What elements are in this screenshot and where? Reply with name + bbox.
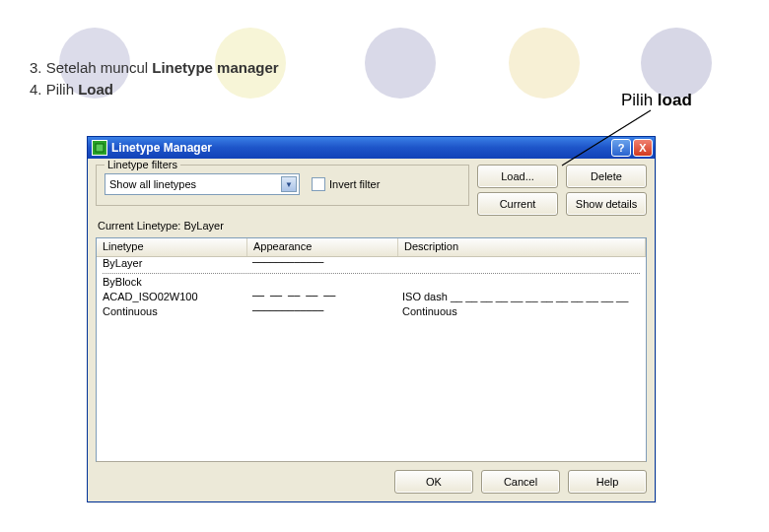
divider [103,272,640,274]
app-icon [92,140,107,156]
cell-linetype: ACAD_ISO02W100 [97,291,246,305]
current-linetype-label: Current Linetype: ByLayer [96,218,647,233]
list-item[interactable]: ACAD_ISO02W100── ── ── ── ──ISO dash __ … [97,291,646,305]
checkbox-box-icon [312,177,325,191]
list-item[interactable]: ByBlock [97,276,646,291]
header-appearance[interactable]: Appearance [247,238,398,256]
help-button[interactable]: Help [568,470,647,494]
step4-text: Pilih [46,81,79,98]
list-header: Linetype Appearance Description [97,238,646,257]
cell-appearance [246,276,396,291]
cell-linetype: ByLayer [97,257,246,272]
list-item[interactable]: ByLayer──────────── [97,257,646,272]
load-button[interactable]: Load... [477,165,558,188]
invert-filter-checkbox[interactable]: Invert filter [312,177,380,191]
chevron-down-icon: ▼ [281,176,297,192]
linetype-filters-group: Linetype filters Show all linetypes ▼ In… [96,165,469,206]
callout-bold: load [658,91,692,109]
cell-description [396,276,646,291]
titlebar[interactable]: Linetype Manager ? X [88,137,655,159]
step3-bold: Linetype manager [152,59,278,76]
titlebar-close-button[interactable]: X [633,139,653,157]
decorative-circle [509,28,580,99]
step3-num: 3. [30,59,42,76]
show-details-button[interactable]: Show details [566,192,647,216]
decorative-circle [365,28,436,99]
filters-legend: Linetype filters [105,159,180,170]
cell-description [396,257,646,272]
linetype-listbox[interactable]: Linetype Appearance Description ByLayer─… [96,237,647,462]
instruction-list: 3. Setelah muncul Linetype manager 4. Pi… [30,57,279,100]
svg-rect-1 [96,144,104,152]
decorative-circle [641,28,712,99]
step4-num: 4. [30,81,42,98]
current-button[interactable]: Current [477,192,558,216]
ok-button[interactable]: OK [394,470,473,494]
cell-appearance: ── ── ── ── ── [246,291,396,305]
step4-bold: Load [78,81,113,98]
cell-appearance: ──────────── [246,305,396,320]
step3-text: Setelah muncul [46,59,153,76]
window-title: Linetype Manager [111,141,611,155]
header-linetype[interactable]: Linetype [97,238,247,256]
linetype-manager-window: Linetype Manager ? X Linetype filters Sh… [87,136,656,502]
cell-description: Continuous [396,305,646,320]
callout-label: Pilih load [621,91,692,110]
filter-select-value: Show all linetypes [109,178,196,190]
cell-linetype: ByBlock [97,276,246,291]
list-item[interactable]: Continuous────────────Continuous [97,305,646,320]
titlebar-help-button[interactable]: ? [611,139,631,157]
cell-description: ISO dash __ __ __ __ __ __ __ __ __ __ _… [396,291,646,305]
callout-text: Pilih [621,91,658,109]
cancel-button[interactable]: Cancel [481,470,560,494]
invert-filter-label: Invert filter [329,178,380,190]
delete-button[interactable]: Delete [566,165,647,188]
list-body: ByLayer────────────ByBlockACAD_ISO02W100… [97,257,646,461]
filter-select[interactable]: Show all linetypes ▼ [105,173,300,195]
cell-linetype: Continuous [97,305,246,320]
cell-appearance: ──────────── [246,257,396,272]
header-description[interactable]: Description [398,238,646,256]
